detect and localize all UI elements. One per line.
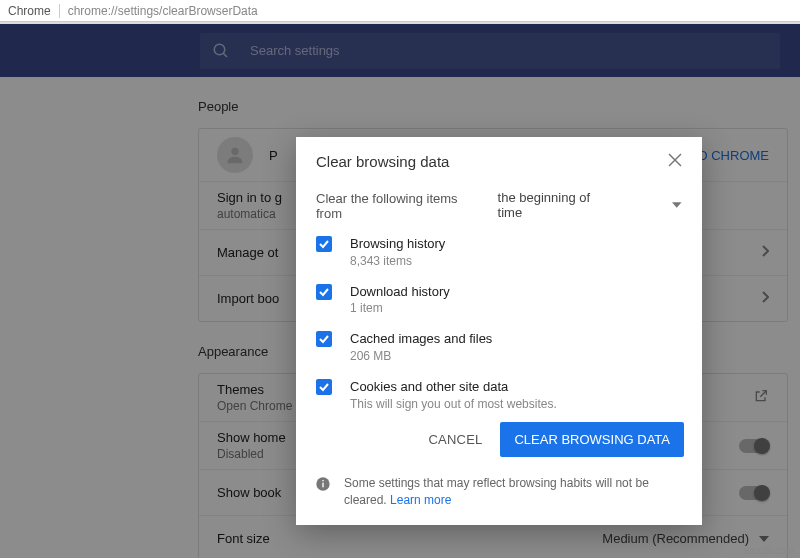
checkbox-label: Download history1 item [350,283,450,317]
dialog-actions: CANCEL CLEAR BROWSING DATA [296,414,702,465]
browser-address-bar: Chrome chrome://settings/clearBrowserDat… [0,0,800,22]
close-icon[interactable] [668,153,682,170]
time-range-row: Clear the following items from the begin… [316,190,682,221]
checkbox-label: Browsing history8,343 items [350,235,445,269]
time-range-label: Clear the following items from [316,191,482,221]
time-range-dropdown[interactable]: the beginning of time [498,190,682,221]
footer-note: Some settings that may reflect browsing … [344,475,684,509]
dialog-footer: Some settings that may reflect browsing … [296,465,702,525]
clear-data-button[interactable]: CLEAR BROWSING DATA [500,422,684,457]
checkbox-icon[interactable] [316,284,332,300]
checkbox-subtext: This will sign you out of most websites. [350,396,557,412]
checkbox-title: Cached images and files [350,330,492,348]
settings-page: Search settings People P O CHROME Sign i… [0,24,800,558]
watermark: wsxdn.com [744,545,794,556]
checkbox-icon[interactable] [316,331,332,347]
checkbox-title: Cookies and other site data [350,378,557,396]
checkbox-title: Download history [350,283,450,301]
checkbox-subtext: 206 MB [350,348,492,364]
checkbox-label: Cookies and other site dataThis will sig… [350,378,557,412]
checkbox-row[interactable]: Browsing history8,343 items [316,235,682,269]
checkbox-title: Browsing history [350,235,445,253]
url-text[interactable]: chrome://settings/clearBrowserData [68,4,258,18]
learn-more-link[interactable]: Learn more [390,493,451,507]
checkbox-row[interactable]: Cookies and other site dataThis will sig… [316,378,682,412]
checkbox-subtext: 8,343 items [350,253,445,269]
checkbox-row[interactable]: Cached images and files206 MB [316,330,682,364]
clear-browsing-data-dialog: Clear browsing data Clear the following … [296,137,702,525]
checkbox-icon[interactable] [316,236,332,252]
caret-down-icon [672,202,682,208]
time-range-value: the beginning of time [498,190,613,220]
checkbox-subtext: 1 item [350,300,450,316]
svg-marker-6 [672,202,682,208]
checkbox-list: Browsing history8,343 itemsDownload hist… [316,235,682,414]
info-icon [314,475,332,493]
cancel-button[interactable]: CANCEL [415,422,497,457]
dialog-title: Clear browsing data [316,153,449,170]
checkbox-row[interactable]: Download history1 item [316,283,682,317]
svg-rect-8 [322,483,323,488]
dialog-body: Clear the following items from the begin… [296,184,702,414]
svg-rect-9 [322,480,323,481]
dialog-header: Clear browsing data [296,137,702,184]
checkbox-label: Cached images and files206 MB [350,330,492,364]
tab-name: Chrome [4,4,60,18]
checkbox-icon[interactable] [316,379,332,395]
